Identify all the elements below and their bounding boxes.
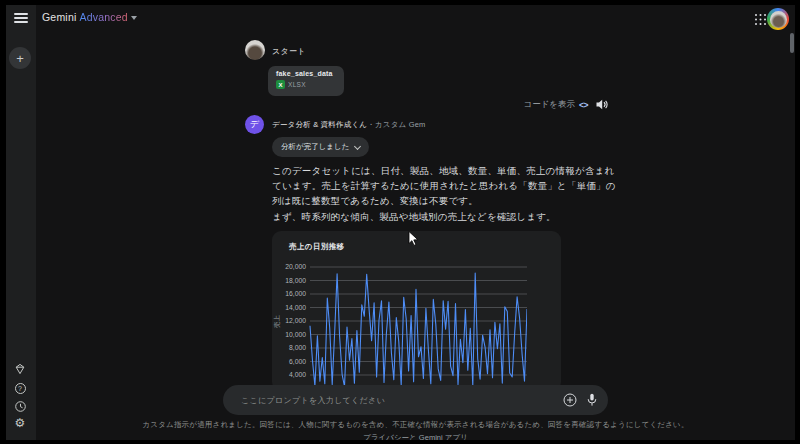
- account-avatar[interactable]: [767, 8, 789, 30]
- svg-text:14,000: 14,000: [285, 304, 306, 311]
- show-code-button[interactable]: コードを表示 <>: [523, 99, 588, 111]
- new-chat-button[interactable]: +: [9, 47, 31, 69]
- brand-switcher[interactable]: Gemini Advanced: [42, 11, 137, 23]
- attachment-type: XLSX: [288, 81, 306, 88]
- sales-line-chart: 20,00018,00016,00014,00012,00010,0008,00…: [272, 259, 527, 391]
- footer: カスタム指示が適用されました。回答には、人物に関するものを含め、不正確な情報が表…: [36, 420, 795, 440]
- attachment-name: fake_sales_data: [276, 70, 336, 77]
- mouse-cursor: [408, 231, 420, 247]
- settings-gear-icon[interactable]: ⚙: [12, 415, 28, 431]
- gem-avatar: デ: [245, 115, 264, 134]
- svg-text:20,000: 20,000: [285, 263, 306, 270]
- brand-advanced: Advanced: [79, 11, 127, 23]
- help-icon[interactable]: ?: [12, 380, 28, 396]
- gem-name: データ分析 & 資料作成くん・カスタム Gem: [272, 120, 426, 130]
- gem-name-suffix: ・カスタム Gem: [367, 120, 425, 129]
- privacy-link[interactable]: プライバシーと Gemini アプリ: [363, 433, 468, 440]
- avatar-photo: [770, 11, 787, 28]
- prompt-input[interactable]: [241, 396, 554, 405]
- svg-text:16,000: 16,000: [285, 290, 306, 297]
- response-paragraph: このデータセットには、日付、製品、地域、数量、単価、売上の情報が含まれています。…: [272, 163, 616, 208]
- show-code-label: コードを表示: [523, 99, 575, 111]
- svg-text:6,000: 6,000: [289, 358, 306, 365]
- svg-text:8,000: 8,000: [289, 344, 306, 351]
- activity-history-icon[interactable]: [12, 398, 28, 414]
- analysis-status-pill[interactable]: 分析が完了しました: [272, 137, 369, 157]
- gemini-app-window: + ? ⚙ Gemini Advanced スタート: [6, 5, 795, 440]
- gem-diamond-icon[interactable]: [12, 361, 28, 377]
- svg-text:10,000: 10,000: [285, 331, 306, 338]
- disclaimer-text: カスタム指示が適用されました。回答には、人物に関するものを含め、不正確な情報が表…: [36, 420, 795, 430]
- google-apps-grid-icon[interactable]: [754, 13, 767, 26]
- attachment-chip[interactable]: fake_sales_data X XLSX: [268, 66, 344, 96]
- prompt-composer: [223, 385, 608, 415]
- svg-text:12,000: 12,000: [285, 317, 306, 324]
- scrollbar-thumb[interactable]: [790, 33, 794, 53]
- user-message-text: スタート: [272, 46, 306, 57]
- code-brackets-icon: <>: [579, 100, 588, 110]
- chevron-down-icon: [131, 16, 137, 20]
- chart-title: 売上の日別推移: [289, 242, 344, 252]
- analysis-status-label: 分析が完了しました: [281, 142, 349, 152]
- gem-name-main: データ分析 & 資料作成くん: [272, 120, 367, 129]
- question-mark-glyph: ?: [15, 383, 26, 394]
- svg-text:4,000: 4,000: [289, 371, 306, 378]
- menu-hamburger-icon[interactable]: [13, 12, 29, 24]
- add-attachment-icon[interactable]: [563, 393, 577, 407]
- sidebar: + ? ⚙: [6, 5, 36, 440]
- microphone-icon[interactable]: [586, 393, 598, 407]
- sales-chart-card: 売上の日別推移 売上 20,00018,00016,00014,00012,00…: [272, 231, 561, 391]
- user-avatar: [245, 40, 265, 60]
- chevron-down-icon: [354, 142, 361, 149]
- response-paragraph: まず、時系列的な傾向、製品や地域別の売上などを確認します。: [272, 209, 616, 224]
- speaker-icon[interactable]: [595, 98, 608, 111]
- brand-gemini: Gemini: [42, 11, 76, 23]
- svg-text:18,000: 18,000: [285, 277, 306, 284]
- excel-file-icon: X: [276, 80, 285, 89]
